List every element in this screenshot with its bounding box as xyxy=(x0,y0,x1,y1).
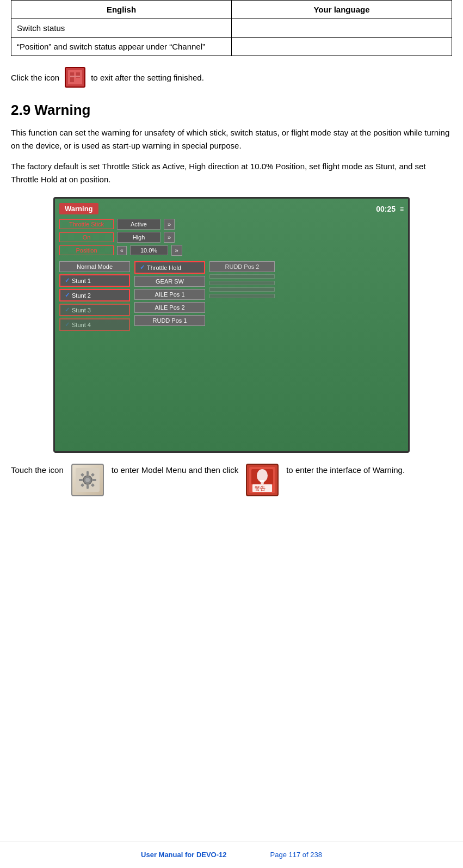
rudd-pos1-btn: RUDD Pos 1 xyxy=(134,315,205,326)
aile-pos2-btn: AILE Pos 2 xyxy=(134,302,205,313)
rudd-pos2-btn: RUDD Pos 2 xyxy=(209,261,275,272)
touch-text-before: Touch the icon xyxy=(11,464,64,477)
screen-menu-icon: ≡ xyxy=(400,205,404,213)
stunt2-btn: ✓ Stunt 2 xyxy=(59,289,130,301)
touch-text-after: to enter the interface of Warning. xyxy=(286,464,405,477)
table-cell-lang-2 xyxy=(232,38,452,56)
screen-col-right: RUDD Pos 2 xyxy=(209,261,275,331)
svg-point-7 xyxy=(85,478,90,482)
row2-val: High xyxy=(117,232,160,243)
stunt3-btn: ✓ Stunt 3 xyxy=(59,304,130,316)
screen-col-left: Normal Mode ✓ Stunt 1 ✓ Stunt 2 ✓ Stunt … xyxy=(59,261,130,331)
warning-menu-icon: 警告 xyxy=(242,464,283,499)
table-cell-lang-1 xyxy=(232,19,452,38)
screen-row-3: Position « 10.0% » xyxy=(59,245,404,256)
table-cell-english-1: Switch status xyxy=(11,19,232,38)
table-cell-english-2: “Position” and switch status appear unde… xyxy=(11,38,232,56)
gear-model-icon xyxy=(67,464,108,496)
row3-right-arrow: » xyxy=(171,245,182,256)
warning-screenshot: Warning 00:25 ≡ Throttle Stick Active » … xyxy=(53,197,410,453)
right-btn-3 xyxy=(209,281,275,285)
svg-text:警告: 警告 xyxy=(255,485,266,491)
click-text-before: Click the icon xyxy=(11,73,59,82)
right-btn-4 xyxy=(209,287,275,292)
row1-arrow: » xyxy=(164,219,175,230)
screen-row-1: Throttle Stick Active » xyxy=(59,219,404,230)
row3-left-arrow: « xyxy=(117,246,127,255)
svg-point-23 xyxy=(261,481,264,484)
table-row: “Position” and switch status appear unde… xyxy=(11,38,452,56)
section-heading: 2.9 Warning xyxy=(11,102,452,119)
aile-pos1-btn: AILE Pos 1 xyxy=(134,289,205,300)
row3-val: 10.0% xyxy=(130,245,168,255)
touch-text-mid: to enter Model Menu and then click xyxy=(112,464,238,477)
svg-rect-8 xyxy=(87,471,89,475)
footer-manual: User Manual for DEVO-12 xyxy=(141,851,227,859)
throttle-hold-btn: ✓ Throttle Hold xyxy=(134,261,205,274)
language-table: English Your language Switch status “Pos… xyxy=(11,0,452,56)
right-btn-2 xyxy=(209,274,275,279)
row2-arrow: » xyxy=(164,232,175,243)
row1-val: Active xyxy=(117,219,160,230)
col-header-yourlang: Your language xyxy=(232,1,452,19)
footer-page: Page 117 of 238 xyxy=(270,851,322,859)
click-text-after: to exit after the setting finished. xyxy=(91,73,204,82)
svg-rect-4 xyxy=(70,76,80,77)
gear-sw-btn: GEAR SW xyxy=(134,276,205,287)
screen-col-mid: ✓ Throttle Hold GEAR SW AILE Pos 1 AILE … xyxy=(134,261,205,331)
exit-icon xyxy=(65,67,85,88)
normal-mode-btn: Normal Mode xyxy=(59,261,130,272)
stunt4-btn: ✓ Stunt 4 xyxy=(59,318,130,331)
touch-icon-line: Touch the icon to ente xyxy=(11,464,452,499)
screen-row-2: On High » xyxy=(59,232,404,243)
svg-rect-11 xyxy=(92,479,96,481)
svg-rect-10 xyxy=(79,479,83,481)
row1-label: Throttle Stick xyxy=(59,219,114,229)
page-footer: User Manual for DEVO-12 Page 117 of 238 xyxy=(0,841,463,868)
svg-rect-9 xyxy=(87,485,89,489)
screen-time: 00:25 xyxy=(376,205,396,213)
row3-label: Position xyxy=(59,245,114,255)
para2: The factory default is set Throttle Stic… xyxy=(11,160,452,186)
stunt1-btn: ✓ Stunt 1 xyxy=(59,274,130,287)
screen-title: Warning xyxy=(59,203,98,214)
row2-label: On xyxy=(59,232,114,242)
table-row: Switch status xyxy=(11,19,452,38)
col-header-english: English xyxy=(11,1,232,19)
para1: This function can set the warning for un… xyxy=(11,126,452,152)
click-icon-line: Click the icon to exit after the setting… xyxy=(11,67,452,88)
right-btn-5 xyxy=(209,294,275,298)
